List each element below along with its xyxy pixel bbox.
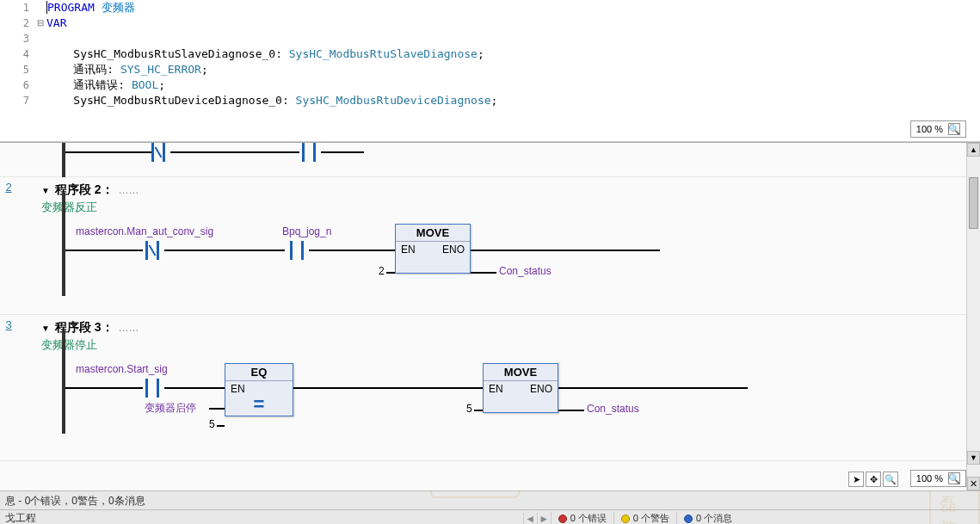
line-number: 2 bbox=[0, 15, 34, 31]
input-constant[interactable]: 5 bbox=[466, 403, 472, 415]
fbd-pin-en: EN bbox=[401, 244, 416, 256]
fbd-eq-block[interactable]: EQ EN = bbox=[225, 363, 293, 416]
network-comment: 变频器反正 bbox=[0, 200, 980, 219]
contact-no[interactable] bbox=[297, 143, 321, 162]
code-text[interactable]: SysHC_ModbusRtuSlaveDiagnose_0: SysHC_Mo… bbox=[46, 46, 484, 62]
fbd-title: MOVE bbox=[484, 364, 558, 381]
variable-label[interactable]: mastercon.Man_aut_conv_sig bbox=[76, 225, 213, 237]
vertical-scrollbar[interactable]: ▲ ▼ ✕ bbox=[966, 143, 980, 490]
network-comment: 变频器停止 bbox=[0, 337, 980, 356]
network-number: 3 bbox=[0, 318, 17, 331]
line-number: 5 bbox=[0, 62, 34, 77]
contact-nc[interactable] bbox=[140, 241, 164, 260]
line-number: 3 bbox=[0, 31, 34, 46]
fbd-title: MOVE bbox=[396, 225, 470, 242]
warnings-tab[interactable]: 0 个警告 bbox=[613, 512, 676, 524]
zoom-value: 100 % bbox=[916, 124, 943, 134]
fbd-pin-eno: ENO bbox=[442, 244, 465, 256]
fbd-move-block[interactable]: MOVE EN ENO bbox=[395, 224, 471, 274]
network-number: 2 bbox=[0, 181, 17, 194]
scroll-thumb[interactable] bbox=[969, 177, 978, 229]
input-constant[interactable]: 2 bbox=[379, 265, 385, 277]
status-text: 息 - 0个错误，0警告，0条消息 bbox=[5, 495, 145, 507]
network-3: 3 ▼ 程序段 3： …… 变频器停止 mastercon.Start_sig … bbox=[0, 315, 980, 461]
output-variable[interactable]: Con_status bbox=[499, 265, 552, 277]
code-text[interactable]: 通讯码: SYS_HC_ERROR; bbox=[46, 62, 208, 77]
line-number: 4 bbox=[0, 46, 34, 62]
code-text[interactable]: SysHC_ModbusRtuDeviceDiagnose_0: SysHC_M… bbox=[46, 93, 497, 108]
contact-nc[interactable] bbox=[146, 143, 170, 162]
errors-count: 0 个错误 bbox=[570, 512, 607, 524]
message-tabs-bar: 戈工程 ◄ ► 0 个错误 0 个警告 0 个消息 bbox=[0, 509, 980, 524]
code-line[interactable]: 2⊟VAR bbox=[0, 15, 980, 31]
code-line[interactable]: 7 SysHC_ModbusRtuDeviceDiagnose_0: SysHC… bbox=[0, 93, 980, 108]
error-dot-icon bbox=[558, 515, 567, 523]
fbd-pin-eno: ENO bbox=[530, 383, 552, 395]
fbd-pin-en: EN bbox=[489, 383, 503, 395]
ladder-diagram-pane[interactable]: 2 ▼ 程序段 2： …… 变频器反正 mastercon.Man_aut_co… bbox=[0, 142, 980, 490]
pan-icon[interactable]: ✥ bbox=[866, 472, 881, 487]
scroll-down-icon[interactable]: ▼ bbox=[967, 451, 980, 465]
messages-count: 0 个消息 bbox=[696, 512, 732, 524]
fbd-title: EQ bbox=[225, 364, 293, 381]
contact-no[interactable] bbox=[140, 379, 164, 398]
code-line[interactable]: 5 通讯码: SYS_HC_ERROR; bbox=[0, 62, 980, 77]
pointer-icon[interactable]: ➤ bbox=[848, 472, 864, 487]
zoom-icon[interactable]: 🔍 bbox=[948, 123, 960, 135]
network-2: 2 ▼ 程序段 2： …… 变频器反正 mastercon.Man_aut_co… bbox=[0, 177, 980, 315]
code-editor-pane[interactable]: 1PROGRAM 变频器2⊟VAR34 SysHC_ModbusRtuSlave… bbox=[0, 0, 980, 142]
warnings-count: 0 个警告 bbox=[633, 512, 669, 524]
warning-dot-icon bbox=[621, 515, 630, 523]
zoom-value: 100 % bbox=[916, 473, 943, 484]
code-line[interactable]: 3 bbox=[0, 31, 980, 46]
line-number: 6 bbox=[0, 77, 34, 93]
code-text[interactable]: 通讯错误: BOOL; bbox=[46, 77, 165, 93]
variable-label[interactable]: Bpq_jog_n bbox=[282, 225, 331, 237]
code-line[interactable]: 1PROGRAM 变频器 bbox=[0, 0, 980, 15]
project-tab-label[interactable]: 戈工程 bbox=[0, 511, 41, 524]
tab-next-icon[interactable]: ► bbox=[537, 513, 551, 525]
status-bar: 息 - 0个错误，0警告，0条消息 bbox=[0, 490, 980, 509]
scroll-up-icon[interactable]: ▲ bbox=[967, 143, 980, 157]
errors-tab[interactable]: 0 个错误 bbox=[551, 512, 613, 524]
output-variable[interactable]: Con_status bbox=[587, 403, 639, 415]
zoom-icon[interactable]: 🔍 bbox=[883, 472, 898, 487]
disclose-icon[interactable]: ▼ bbox=[41, 186, 50, 195]
code-text[interactable]: PROGRAM 变频器 bbox=[46, 0, 135, 15]
fbd-move-block[interactable]: MOVE EN ENO bbox=[483, 363, 558, 413]
line-number: 7 bbox=[0, 93, 34, 108]
ladder-toolbar: ➤ ✥ 🔍 bbox=[848, 472, 898, 487]
fbd-pin-en: EN bbox=[231, 383, 245, 395]
tab-prev-icon[interactable]: ◄ bbox=[523, 513, 537, 525]
line-number: 1 bbox=[0, 0, 34, 15]
message-dot-icon bbox=[684, 515, 693, 523]
code-line[interactable]: 4 SysHC_ModbusRtuSlaveDiagnose_0: SysHC_… bbox=[0, 46, 980, 62]
messages-tab[interactable]: 0 个消息 bbox=[676, 512, 739, 524]
variable-label[interactable]: mastercon.Start_sig bbox=[76, 363, 168, 375]
input-constant[interactable]: 5 bbox=[209, 418, 215, 430]
fold-icon[interactable]: ⊟ bbox=[34, 15, 46, 31]
variable-label[interactable]: 变频器启停 bbox=[145, 401, 196, 416]
code-line[interactable]: 6 通讯错误: BOOL; bbox=[0, 77, 980, 93]
network-partial bbox=[0, 143, 980, 177]
zoom-control-bottom[interactable]: 100 % 🔍 bbox=[910, 470, 966, 487]
close-icon[interactable]: ✕ bbox=[967, 477, 980, 490]
zoom-control-top[interactable]: 100 % 🔍 bbox=[910, 120, 966, 138]
zoom-icon[interactable]: 🔍 bbox=[948, 472, 960, 484]
eq-symbol: = bbox=[225, 397, 293, 416]
contact-no[interactable] bbox=[285, 241, 309, 260]
disclose-icon[interactable]: ▼ bbox=[41, 324, 50, 333]
code-text[interactable]: VAR bbox=[46, 15, 66, 31]
